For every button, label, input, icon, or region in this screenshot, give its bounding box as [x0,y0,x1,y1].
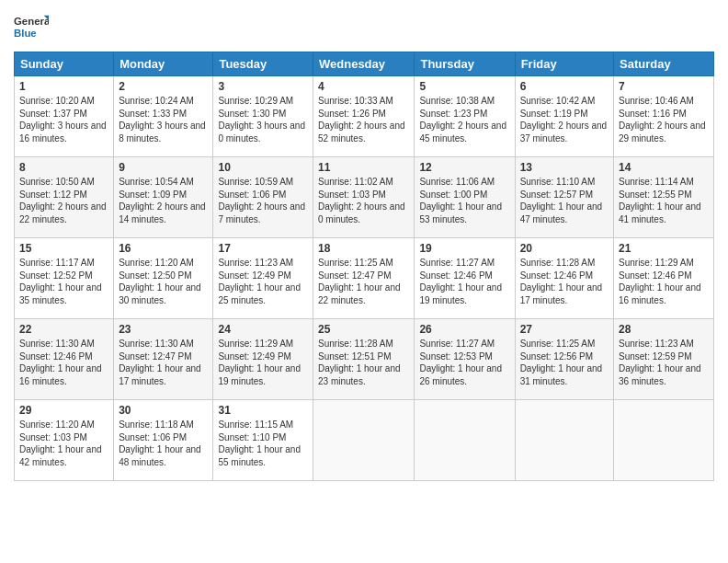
day-number: 3 [218,80,308,93]
day-number: 7 [619,80,709,93]
header-tuesday: Tuesday [213,52,313,76]
calendar-week-1: 1 Sunrise: 10:20 AMSunset: 1:37 PMDaylig… [15,76,714,157]
day-info: Sunrise: 10:24 AMSunset: 1:33 PMDaylight… [119,96,206,144]
day-info: Sunrise: 11:23 AMSunset: 12:49 PMDayligh… [218,258,301,305]
calendar-cell: 13 Sunrise: 11:10 AMSunset: 12:57 PMDayl… [515,157,613,238]
calendar-cell: 6 Sunrise: 10:42 AMSunset: 1:19 PMDaylig… [515,76,613,157]
calendar-cell: 24 Sunrise: 11:29 AMSunset: 12:49 PMDayl… [213,319,313,400]
day-number: 28 [619,323,709,336]
day-number: 20 [520,242,609,255]
calendar-cell [515,400,613,481]
day-info: Sunrise: 10:54 AMSunset: 1:09 PMDaylight… [119,177,206,224]
day-number: 24 [218,323,308,336]
day-number: 30 [119,404,208,417]
day-info: Sunrise: 10:46 AMSunset: 1:16 PMDaylight… [619,96,706,144]
day-info: Sunrise: 11:20 AMSunset: 12:50 PMDayligh… [119,258,201,305]
day-info: Sunrise: 11:27 AMSunset: 12:53 PMDayligh… [419,339,502,386]
calendar-cell: 23 Sunrise: 11:30 AMSunset: 12:47 PMDayl… [114,319,213,400]
calendar-table: SundayMondayTuesdayWednesdayThursdayFrid… [14,52,714,481]
day-info: Sunrise: 11:17 AMSunset: 12:52 PMDayligh… [19,258,102,305]
day-number: 25 [318,323,409,336]
day-info: Sunrise: 11:29 AMSunset: 12:46 PMDayligh… [619,258,701,305]
calendar-cell: 17 Sunrise: 11:23 AMSunset: 12:49 PMDayl… [213,238,313,319]
header-wednesday: Wednesday [313,52,415,76]
day-number: 13 [520,161,609,174]
day-info: Sunrise: 10:50 AMSunset: 1:12 PMDaylight… [19,177,107,224]
day-number: 5 [419,80,509,93]
day-info: Sunrise: 10:29 AMSunset: 1:30 PMDaylight… [218,96,305,144]
calendar-cell: 10 Sunrise: 10:59 AMSunset: 1:06 PMDayli… [213,157,313,238]
day-info: Sunrise: 11:10 AMSunset: 12:57 PMDayligh… [520,177,603,224]
day-number: 11 [318,161,409,174]
header-monday: Monday [114,52,213,76]
calendar-cell: 5 Sunrise: 10:38 AMSunset: 1:23 PMDaylig… [415,76,515,157]
day-info: Sunrise: 10:33 AMSunset: 1:26 PMDaylight… [318,96,405,144]
calendar-cell: 29 Sunrise: 11:20 AMSunset: 1:03 PMDayli… [15,400,114,481]
calendar-cell: 16 Sunrise: 11:20 AMSunset: 12:50 PMDayl… [114,238,213,319]
calendar-cell: 31 Sunrise: 11:15 AMSunset: 1:10 PMDayli… [213,400,313,481]
day-number: 23 [119,323,208,336]
day-number: 29 [19,404,108,417]
day-number: 12 [419,161,509,174]
calendar-week-2: 8 Sunrise: 10:50 AMSunset: 1:12 PMDaylig… [15,157,714,238]
day-info: Sunrise: 11:28 AMSunset: 12:46 PMDayligh… [520,258,603,305]
day-number: 15 [19,242,108,255]
calendar-header-row: SundayMondayTuesdayWednesdayThursdayFrid… [15,52,714,76]
day-number: 26 [419,323,509,336]
calendar-cell: 25 Sunrise: 11:28 AMSunset: 12:51 PMDayl… [313,319,415,400]
day-number: 18 [318,242,409,255]
day-info: Sunrise: 11:27 AMSunset: 12:46 PMDayligh… [419,258,502,305]
calendar-cell: 4 Sunrise: 10:33 AMSunset: 1:26 PMDaylig… [313,76,415,157]
day-info: Sunrise: 10:42 AMSunset: 1:19 PMDaylight… [520,96,608,144]
day-number: 2 [119,80,208,93]
day-number: 16 [119,242,208,255]
calendar-cell: 8 Sunrise: 10:50 AMSunset: 1:12 PMDaylig… [15,157,114,238]
calendar-cell: 9 Sunrise: 10:54 AMSunset: 1:09 PMDaylig… [114,157,213,238]
day-number: 8 [19,161,108,174]
calendar-cell: 20 Sunrise: 11:28 AMSunset: 12:46 PMDayl… [515,238,613,319]
svg-text:General: General [14,16,49,27]
calendar-cell: 18 Sunrise: 11:25 AMSunset: 12:47 PMDayl… [313,238,415,319]
day-number: 6 [520,80,609,93]
day-number: 19 [419,242,509,255]
day-info: Sunrise: 11:28 AMSunset: 12:51 PMDayligh… [318,339,401,386]
day-info: Sunrise: 11:18 AMSunset: 1:06 PMDaylight… [119,419,201,467]
calendar-cell: 12 Sunrise: 11:06 AMSunset: 1:00 PMDayli… [415,157,515,238]
day-number: 22 [19,323,108,336]
day-number: 17 [218,242,308,255]
day-number: 1 [19,80,108,93]
header-friday: Friday [515,52,613,76]
logo-svg: General Blue [14,9,49,44]
logo: General Blue [14,9,49,44]
header-sunday: Sunday [15,52,114,76]
day-number: 31 [218,404,308,417]
day-number: 14 [619,161,709,174]
header-thursday: Thursday [415,52,515,76]
day-info: Sunrise: 10:20 AMSunset: 1:37 PMDaylight… [19,96,107,144]
calendar-cell: 22 Sunrise: 11:30 AMSunset: 12:46 PMDayl… [15,319,114,400]
calendar-cell: 11 Sunrise: 11:02 AMSunset: 1:03 PMDayli… [313,157,415,238]
day-info: Sunrise: 11:23 AMSunset: 12:59 PMDayligh… [619,339,701,386]
calendar-cell [415,400,515,481]
calendar-cell: 7 Sunrise: 10:46 AMSunset: 1:16 PMDaylig… [614,76,714,157]
calendar-cell: 14 Sunrise: 11:14 AMSunset: 12:55 PMDayl… [614,157,714,238]
day-number: 27 [520,323,609,336]
day-info: Sunrise: 11:20 AMSunset: 1:03 PMDaylight… [19,419,102,467]
day-info: Sunrise: 11:14 AMSunset: 12:55 PMDayligh… [619,177,701,224]
day-number: 9 [119,161,208,174]
calendar-cell: 28 Sunrise: 11:23 AMSunset: 12:59 PMDayl… [614,319,714,400]
day-info: Sunrise: 11:02 AMSunset: 1:03 PMDaylight… [318,177,405,224]
calendar-cell [614,400,714,481]
day-info: Sunrise: 11:25 AMSunset: 12:47 PMDayligh… [318,258,401,305]
calendar-cell: 1 Sunrise: 10:20 AMSunset: 1:37 PMDaylig… [15,76,114,157]
calendar-cell: 27 Sunrise: 11:25 AMSunset: 12:56 PMDayl… [515,319,613,400]
calendar-cell: 26 Sunrise: 11:27 AMSunset: 12:53 PMDayl… [415,319,515,400]
day-number: 21 [619,242,709,255]
day-number: 10 [218,161,308,174]
page-header: General Blue [14,9,714,44]
calendar-week-5: 29 Sunrise: 11:20 AMSunset: 1:03 PMDayli… [15,400,714,481]
calendar-cell: 19 Sunrise: 11:27 AMSunset: 12:46 PMDayl… [415,238,515,319]
day-info: Sunrise: 11:30 AMSunset: 12:47 PMDayligh… [119,339,201,386]
day-number: 4 [318,80,409,93]
day-info: Sunrise: 11:30 AMSunset: 12:46 PMDayligh… [19,339,102,386]
